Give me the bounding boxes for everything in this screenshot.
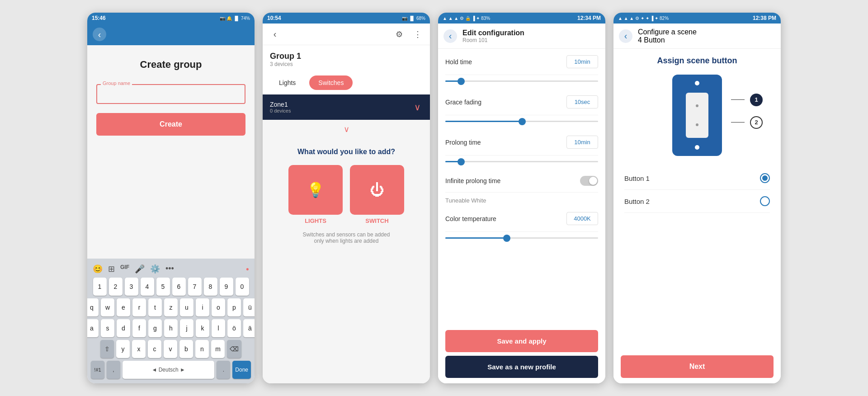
grace-fading-row: Grace fading 10sec	[445, 89, 598, 115]
key-u[interactable]: u	[180, 298, 193, 316]
key-e[interactable]: e	[117, 298, 130, 316]
back-button-4[interactable]: ‹	[619, 29, 632, 43]
chevron-down-icon[interactable]: ∨	[412, 100, 423, 114]
add-note: Switches and sensors can be addedonly wh…	[270, 231, 423, 244]
key-z[interactable]: z	[164, 298, 178, 316]
time-2: 10:54	[267, 15, 281, 21]
key-y[interactable]: y	[116, 340, 130, 358]
tuneable-white-section: Tuneable White	[445, 193, 598, 206]
add-title: What would you like to add?	[270, 148, 423, 156]
key-q[interactable]: q	[87, 298, 99, 316]
tab-switches[interactable]: Switches	[309, 75, 353, 90]
next-button[interactable]: Next	[621, 355, 774, 378]
key-i[interactable]: i	[196, 298, 209, 316]
key-8[interactable]: 8	[204, 278, 217, 296]
button-1-option[interactable]: Button 1	[624, 167, 770, 190]
key-s[interactable]: s	[101, 319, 114, 337]
key-6[interactable]: 6	[172, 278, 186, 296]
key-9[interactable]: 9	[220, 278, 233, 296]
key-3[interactable]: 3	[125, 278, 138, 296]
prolong-time-value[interactable]: 10min	[566, 136, 598, 149]
button-2-radio[interactable]	[760, 196, 770, 206]
back-button-1[interactable]: ‹	[93, 28, 106, 41]
color-temp-slider[interactable]	[445, 232, 598, 246]
back-button-2[interactable]: ‹	[268, 28, 282, 41]
key-w[interactable]: w	[101, 298, 114, 316]
key-r[interactable]: r	[132, 298, 146, 316]
key-j[interactable]: j	[180, 319, 193, 337]
key-g[interactable]: g	[148, 319, 162, 337]
key-b[interactable]: b	[179, 340, 193, 358]
key-f[interactable]: f	[132, 319, 146, 337]
hold-time-slider[interactable]	[445, 75, 598, 89]
button-2-option[interactable]: Button 2	[624, 190, 770, 213]
content-4: Assign scene button 1	[613, 49, 781, 350]
key-comma[interactable]: ,	[107, 361, 120, 379]
panel-device	[672, 75, 722, 156]
key-l[interactable]: l	[212, 319, 225, 337]
key-symbols[interactable]: !#1	[91, 361, 104, 379]
more-options-icon[interactable]: ⋮	[411, 27, 425, 42]
color-temp-row: Color temperature 4000K	[445, 206, 598, 232]
key-d[interactable]: d	[117, 319, 130, 337]
key-space[interactable]: ◄ Deutsch ►	[123, 361, 214, 379]
save-apply-button[interactable]: Save and apply	[445, 330, 598, 352]
switch-option[interactable]: ⏻	[350, 165, 404, 215]
tab-row: Lights Switches	[263, 71, 430, 94]
key-m[interactable]: m	[211, 340, 225, 358]
key-5[interactable]: 5	[156, 278, 170, 296]
configure-scene-sub: 4 Button	[638, 36, 697, 44]
infinite-prolong-toggle[interactable]	[580, 176, 598, 186]
key-2[interactable]: 2	[109, 278, 123, 296]
key-backspace[interactable]: ⌫	[227, 340, 241, 358]
key-a[interactable]: a	[87, 319, 99, 337]
key-1[interactable]: 1	[93, 278, 107, 296]
hold-time-value[interactable]: 10min	[566, 55, 598, 68]
more-icon[interactable]: •••	[165, 264, 174, 274]
key-t[interactable]: t	[148, 298, 162, 316]
group-name-field-wrap: Group name	[96, 84, 245, 104]
keyboard: 😊 ⊞ GIF 🎤 ⚙️ ••• ● 1 2 3 4 5 6 7 8 9 0	[87, 259, 255, 383]
nav-bar-4: ‹ Configure a scene 4 Button	[613, 24, 781, 49]
key-o[interactable]: o	[212, 298, 225, 316]
key-done[interactable]: Done	[232, 361, 251, 379]
button-1-radio[interactable]	[760, 173, 770, 183]
key-k[interactable]: k	[196, 319, 209, 337]
key-p[interactable]: p	[227, 298, 241, 316]
prolong-time-label: Prolong time	[445, 139, 481, 146]
color-temp-value[interactable]: 4000K	[566, 212, 598, 225]
key-4[interactable]: 4	[141, 278, 154, 296]
key-v[interactable]: v	[164, 340, 177, 358]
tab-lights[interactable]: Lights	[270, 75, 305, 90]
key-oe[interactable]: ö	[227, 319, 241, 337]
key-c[interactable]: c	[148, 340, 161, 358]
save-profile-button[interactable]: Save as a new profile	[445, 356, 598, 378]
key-x[interactable]: x	[132, 340, 146, 358]
key-n[interactable]: n	[195, 340, 209, 358]
key-ue[interactable]: ü	[243, 298, 255, 316]
hold-time-row: Hold time 10min	[445, 49, 598, 75]
key-h[interactable]: h	[164, 319, 178, 337]
group-header: Group 1 3 devices	[263, 45, 430, 71]
group-name-input[interactable]	[96, 84, 245, 104]
zone-devices: 0 devices	[270, 108, 291, 113]
key-shift[interactable]: ⇧	[100, 340, 114, 358]
back-button-3[interactable]: ‹	[443, 29, 457, 43]
lights-option[interactable]: 💡	[288, 165, 343, 215]
emoji-icon[interactable]: 😊	[93, 264, 103, 274]
grace-fading-value[interactable]: 10sec	[566, 95, 598, 108]
mic-icon[interactable]: 🎤	[135, 264, 145, 274]
key-period[interactable]: .	[217, 361, 230, 379]
create-button[interactable]: Create	[96, 113, 245, 136]
settings-icon[interactable]: ⚙️	[150, 264, 160, 274]
key-0[interactable]: 0	[236, 278, 249, 296]
filter-icon[interactable]: ⚙	[393, 27, 406, 42]
key-7[interactable]: 7	[188, 278, 202, 296]
key-ae[interactable]: ä	[243, 319, 255, 337]
grace-fading-slider[interactable]	[445, 115, 598, 129]
gif-icon[interactable]: GIF	[120, 264, 129, 274]
expand-icon[interactable]: ∨	[263, 120, 430, 139]
prolong-time-slider[interactable]	[445, 156, 598, 170]
panel-dot-bottom	[695, 145, 699, 150]
sticker-icon[interactable]: ⊞	[108, 264, 115, 274]
